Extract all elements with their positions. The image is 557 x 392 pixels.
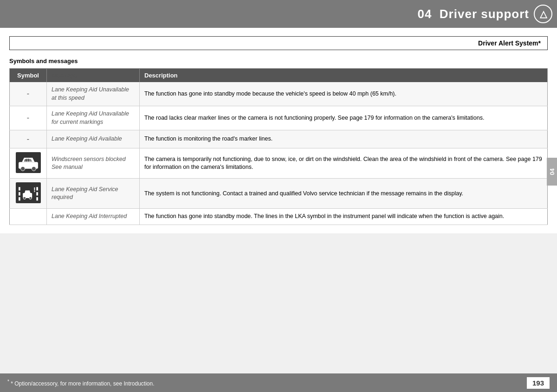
page-number: 193 xyxy=(527,377,550,389)
symbol-cell xyxy=(10,148,47,179)
description-cell: The camera is temporarily not functionin… xyxy=(140,148,548,179)
chapter-title: 04 Driver support xyxy=(417,7,529,21)
symbol-cell: ! xyxy=(10,179,47,209)
dash-symbol: - xyxy=(27,114,29,122)
svg-rect-8 xyxy=(19,197,20,200)
symbol-cell: - xyxy=(10,106,47,130)
svg-rect-10 xyxy=(36,192,38,195)
description-cell: The road lacks clear marker lines or the… xyxy=(140,106,548,130)
page-header: 04 Driver support △ xyxy=(0,0,557,28)
message-cell: Lane Keeping Aid Interrupted xyxy=(47,209,140,225)
side-tab-label: 04 xyxy=(549,168,556,175)
dash-symbol: - xyxy=(27,90,29,97)
dash-symbol: - xyxy=(27,135,29,143)
section-title-box: Driver Alert System* xyxy=(9,36,548,50)
message-text: Windscreen sensors blocked See manual xyxy=(52,156,126,171)
message-text: Lane Keeping Aid Unavailable at this spe… xyxy=(52,86,129,101)
warning-triangle-icon: △ xyxy=(534,5,552,23)
svg-text:!: ! xyxy=(33,186,35,193)
table-row: ! Lane Keeping Aid Service required The … xyxy=(10,179,548,209)
message-cell: Lane Keeping Aid Service required xyxy=(47,179,140,209)
table-row: Windscreen sensors blocked See manual Th… xyxy=(10,148,548,179)
svg-rect-7 xyxy=(19,192,20,195)
svg-point-14 xyxy=(29,197,31,199)
symbols-table: Symbol Message Description - Lane Keepin… xyxy=(9,68,548,225)
page-footer: * * Option/accessory, for more informati… xyxy=(0,373,557,392)
symbol-cell xyxy=(10,209,47,225)
message-text: Lane Keeping Aid Service required xyxy=(52,186,118,201)
table-row: - Lane Keeping Aid Unavailable for curre… xyxy=(10,106,548,130)
svg-rect-9 xyxy=(36,187,38,190)
description-cell: The function has gone into standby mode … xyxy=(140,82,548,106)
table-header-row: Symbol Message Description xyxy=(10,69,548,83)
svg-rect-11 xyxy=(36,197,38,200)
description-cell: The function is monitoring the road's ma… xyxy=(140,130,548,148)
main-content: Driver Alert System* Symbols and message… xyxy=(0,28,557,233)
chapter-side-tab: 04 xyxy=(547,158,557,186)
col-header-message: Message xyxy=(47,69,140,83)
message-cell: Lane Keeping Aid Available xyxy=(47,130,140,148)
message-text: Lane Keeping Aid Available xyxy=(52,135,122,142)
svg-point-2 xyxy=(32,167,36,171)
lane-service-icon: ! xyxy=(16,182,41,203)
message-text: Lane Keeping Aid Interrupted xyxy=(52,213,127,219)
description-cell: The system is not functioning. Contact a… xyxy=(140,179,548,209)
col-header-symbol: Symbol xyxy=(10,69,47,83)
windscreen-blocked-icon xyxy=(16,152,41,173)
footer-note: * * Option/accessory, for more informati… xyxy=(7,379,155,387)
svg-point-13 xyxy=(23,197,26,199)
table-row: Lane Keeping Aid Interrupted The functio… xyxy=(10,209,548,225)
symbol-cell: - xyxy=(10,82,47,106)
message-cell: Lane Keeping Aid Unavailable at this spe… xyxy=(47,82,140,106)
col-header-description: Description xyxy=(140,69,548,83)
symbol-cell: - xyxy=(10,130,47,148)
message-cell: Lane Keeping Aid Unavailable for current… xyxy=(47,106,140,130)
svg-rect-6 xyxy=(19,187,20,190)
section-title: Driver Alert System* xyxy=(478,39,541,47)
table-row: - Lane Keeping Aid Available The functio… xyxy=(10,130,548,148)
message-text: Lane Keeping Aid Unavailable for current… xyxy=(52,110,129,125)
description-cell: The function has gone into standby mode.… xyxy=(140,209,548,225)
message-cell: Windscreen sensors blocked See manual xyxy=(47,148,140,179)
subsection-heading: Symbols and messages xyxy=(9,58,548,64)
svg-point-1 xyxy=(20,167,25,171)
table-row: - Lane Keeping Aid Unavailable at this s… xyxy=(10,82,548,106)
svg-line-5 xyxy=(28,159,29,161)
